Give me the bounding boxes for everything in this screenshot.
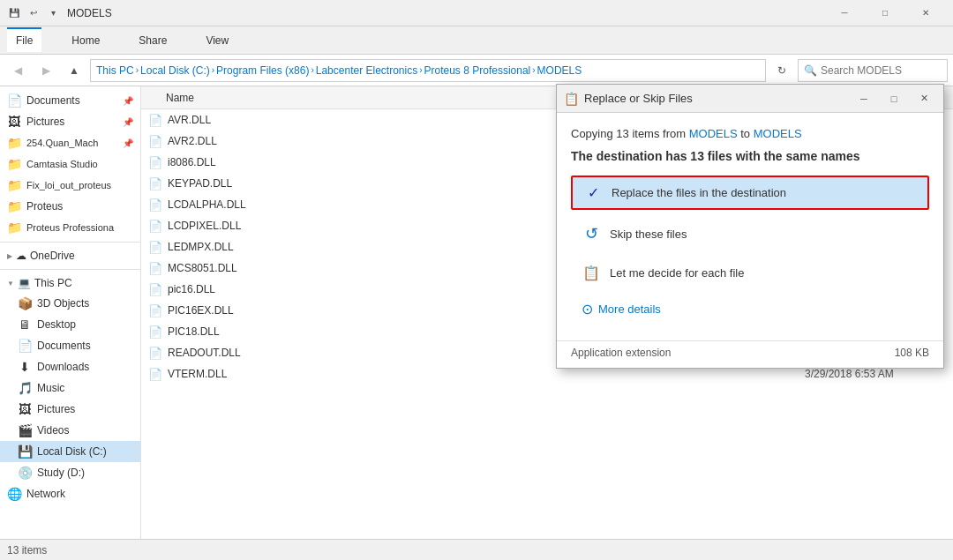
forward-button[interactable]: ▶ [34,58,58,83]
sidebar-item-videos[interactable]: 🎬 Videos [0,420,140,441]
onedrive-icon: ☁ [16,250,26,262]
ribbon: File Home Share View [0,26,953,55]
skip-option[interactable]: ↺ Skip these files [571,217,929,250]
decide-option[interactable]: 📋 Let me decide for each file [571,258,929,288]
path-program-files[interactable]: Program Files (x86) [216,64,309,77]
sidebar-item-fix-loi[interactable]: 📁 Fix_loi_out_proteus [0,175,140,196]
sidebar-item-3dobjects[interactable]: 📦 3D Objects [0,293,140,314]
file-icon: 📄 [148,156,162,169]
tab-home[interactable]: Home [63,29,109,52]
sidebar-item-quan-mach[interactable]: 📁 254.Quan_Mach 📌 [0,132,140,153]
videos-icon: 🎬 [18,423,32,437]
pictures2-icon: 🖼 [18,402,32,416]
file-name: AVR.DLL [168,114,211,126]
sidebar-item-proteus-pro[interactable]: 📁 Proteus Professiona [0,217,140,238]
file-icon: 📄 [148,198,162,212]
quick-access-undo[interactable]: ↩ [26,6,41,20]
replace-option-label: Replace the files in the destination [612,186,786,199]
tab-view[interactable]: View [197,29,237,52]
dialog-restore-button[interactable]: □ [882,86,906,111]
window-title: MODELS [67,7,824,19]
sidebar: 📄 Documents 📌 🖼 Pictures 📌 📁 254.Quan_Ma… [0,86,141,539]
onedrive-chevron: ▶ [7,252,12,260]
sidebar-item-documents[interactable]: 📄 Documents 📌 [0,90,140,111]
tab-file[interactable]: File [7,27,41,52]
file-icon: 📄 [148,177,162,190]
file-name: READOUT.DLL [168,347,241,359]
sidebar-label-camtasia: Camtasia Studio [26,159,98,169]
dialog-minimize-button[interactable]: ─ [852,86,876,111]
sidebar-label-3dobjects: 3D Objects [37,297,89,310]
pin-icon-3: 📌 [123,138,133,148]
file-name: PIC16EX.DLL [168,304,234,317]
dialog-copying-text: Copying 13 items from MODELS to MODELS [571,127,929,140]
3dobjects-icon: 📦 [18,296,32,310]
dialog-title-icon: 📋 [564,92,579,106]
sidebar-label-fix-loi: Fix_loi_out_proteus [26,180,111,190]
file-name: MCS8051.DLL [168,262,237,274]
source-link[interactable]: MODELS [689,127,738,140]
sidebar-item-pictures2[interactable]: 🖼 Pictures [0,399,140,420]
sidebar-item-localc[interactable]: 💾 Local Disk (C:) [0,441,140,462]
sidebar-item-pictures[interactable]: 🖼 Pictures 📌 [0,111,140,132]
dialog-title-text: Replace or Skip Files [584,92,846,105]
close-button[interactable]: ✕ [905,0,946,26]
maximize-button[interactable]: □ [865,0,905,26]
camtasia-icon: 📁 [7,157,21,171]
search-input[interactable] [821,64,942,77]
back-button[interactable]: ◀ [5,58,30,83]
pin-icon-2: 📌 [123,117,133,127]
sidebar-section-onedrive[interactable]: ▶ ☁ OneDrive [0,246,140,265]
sidebar-item-downloads[interactable]: ⬇ Downloads [0,356,140,377]
dest-link[interactable]: MODELS [754,127,802,140]
thispc-chevron: ▼ [7,280,14,287]
path-labcenter[interactable]: Labcenter Electronics [316,64,417,77]
tab-share[interactable]: Share [130,29,176,52]
file-icon: 📄 [148,304,162,317]
thispc-icon: 💻 [18,277,31,289]
refresh-button[interactable]: ↻ [769,58,794,83]
sidebar-item-documents2[interactable]: 📄 Documents [0,335,140,356]
sidebar-item-network[interactable]: 🌐 Network [0,483,140,504]
address-bar: ◀ ▶ ▲ This PC › Local Disk (C:) › Progra… [0,55,953,86]
quick-access-save[interactable]: 💾 [7,6,21,20]
minimize-button[interactable]: ─ [824,0,865,26]
dialog-close-button[interactable]: ✕ [912,86,936,111]
search-box[interactable]: 🔍 [798,59,948,82]
sidebar-item-camtasia[interactable]: 📁 Camtasia Studio [0,153,140,175]
address-path[interactable]: This PC › Local Disk (C:) › Program File… [90,59,766,82]
more-details-toggle[interactable]: ⊙ More details [571,295,929,323]
file-name: AVR2.DLL [168,135,217,147]
localc-icon: 💾 [18,444,32,459]
dialog-body: Copying 13 items from MODELS to MODELS T… [557,113,943,337]
replace-check-icon: ✓ [583,184,603,201]
sidebar-label-music: Music [37,382,64,394]
sidebar-item-music[interactable]: 🎵 Music [0,377,140,399]
path-proteus[interactable]: Proteus 8 Professional [424,64,531,77]
file-name: LCDPIXEL.DLL [168,220,241,232]
proteus-icon: 📁 [7,199,21,213]
sidebar-section-thispc[interactable]: ▼ 💻 This PC [0,273,140,293]
title-bar-icons: 💾 ↩ ▾ [7,6,60,20]
window-controls: ─ □ ✕ [824,0,946,26]
sidebar-item-studyd[interactable]: 💿 Study (D:) [0,462,140,483]
path-this-pc[interactable]: This PC [96,64,134,77]
proteus-pro-icon: 📁 [7,220,21,235]
sidebar-label-proteus-pro: Proteus Professiona [26,222,114,233]
music-icon: 🎵 [18,381,32,395]
up-button[interactable]: ▲ [62,58,86,83]
studyd-icon: 💿 [18,466,32,480]
file-icon: 📄 [148,220,162,233]
sidebar-label-documents2: Documents [37,340,91,352]
sidebar-item-desktop[interactable]: 🖥 Desktop [0,314,140,335]
path-models[interactable]: MODELS [537,64,582,77]
status-bar: 13 items [0,539,953,560]
sidebar-item-proteus[interactable]: 📁 Proteus [0,196,140,217]
quick-access-menu[interactable]: ▾ [46,6,60,20]
replace-option[interactable]: ✓ Replace the files in the destination [571,175,929,210]
sidebar-label-studyd: Study (D:) [37,467,85,479]
path-local-disk[interactable]: Local Disk (C:) [140,64,210,77]
file-name: PIC18.DLL [168,325,220,338]
file-date: 3/29/2018 6:53 AM [805,368,946,380]
file-name: VTERM.DLL [168,368,227,380]
